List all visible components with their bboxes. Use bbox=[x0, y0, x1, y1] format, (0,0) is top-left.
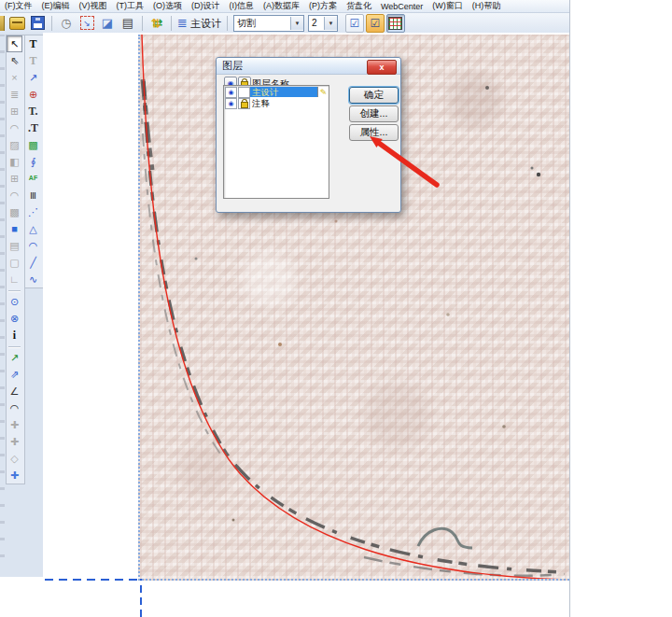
close-icon: x bbox=[379, 62, 384, 73]
pencil-icon: ✎ bbox=[317, 87, 329, 97]
layer-row[interactable]: ◉ 主设计 ✎ bbox=[224, 87, 329, 97]
menu-item[interactable]: (O)选项 bbox=[148, 0, 187, 12]
reviewer-toggle-button[interactable]: ☑ bbox=[366, 14, 385, 33]
levels-button[interactable]: ≣ 主设计 bbox=[176, 14, 222, 33]
pattern-area-tool[interactable]: ▩ bbox=[25, 136, 41, 153]
menu-item[interactable]: (I)信息 bbox=[225, 0, 259, 12]
place-line-tool[interactable]: ╱ bbox=[25, 254, 41, 271]
menu-item[interactable]: (E)编辑 bbox=[37, 0, 75, 12]
workflow-button[interactable]: ⇄⇄ bbox=[147, 14, 166, 33]
modify-arc-tool[interactable]: ◠ bbox=[7, 119, 22, 136]
attach-item-tool[interactable]: ∮ bbox=[25, 153, 41, 170]
match-text-attributes-tool[interactable]: .T bbox=[25, 119, 41, 136]
place-block-tool[interactable]: ▢ bbox=[7, 254, 22, 271]
item-list-icon: ▤ bbox=[122, 15, 133, 32]
application-window: (F)文件(E)编辑(V)视图(T)工具(O)选项(D)设计(I)信息(A)数据… bbox=[0, 0, 570, 617]
move-element-tool[interactable]: ✚ bbox=[7, 416, 22, 433]
extend-arc-tool[interactable]: ◠ bbox=[7, 187, 22, 203]
save-icon bbox=[31, 16, 45, 30]
main-tool-column: ↖ ⇖ × ≣ ⊞ bbox=[6, 35, 25, 484]
menu-item[interactable]: (A)数据库 bbox=[259, 0, 304, 12]
lock-icon bbox=[241, 102, 248, 108]
eye-icon[interactable]: ◉ bbox=[225, 87, 237, 98]
eye-icon[interactable]: ◉ bbox=[225, 98, 237, 109]
barcode-tool[interactable]: ||| bbox=[25, 187, 41, 203]
solid-view-button[interactable]: ◪ bbox=[98, 14, 117, 33]
menu-item[interactable]: (V)视图 bbox=[75, 0, 112, 12]
place-arc-tool[interactable]: ◠ bbox=[25, 237, 41, 254]
dimension-center-tool[interactable]: ⊙ bbox=[7, 293, 22, 310]
menu-item[interactable]: 货盘化 bbox=[342, 0, 376, 12]
display-text-attributes-tool[interactable]: T. bbox=[25, 103, 41, 119]
screenshot-page: (F)文件(E)编辑(V)视图(T)工具(O)选项(D)设计(I)信息(A)数据… bbox=[0, 0, 672, 617]
cut-mode-combobox[interactable]: 切割 ▼ bbox=[233, 15, 304, 32]
layer-row[interactable]: ◉ 注释 bbox=[224, 98, 329, 108]
fill-element-tool[interactable]: ◧ bbox=[7, 153, 22, 170]
place-point-line-tool[interactable]: ⋰ bbox=[25, 203, 41, 220]
level-number-value: 2 bbox=[309, 18, 324, 28]
edit-text-tool[interactable]: T bbox=[25, 52, 41, 69]
history-icon: ◷ bbox=[61, 15, 71, 32]
select-element-tool[interactable]: ↖ bbox=[7, 35, 22, 52]
dimension-delete-tool[interactable]: ⊗ bbox=[7, 310, 22, 327]
measure-distance-tool[interactable]: ⇗ bbox=[7, 366, 22, 383]
layer-name[interactable]: 注释 bbox=[250, 98, 329, 108]
toolbar-separator bbox=[227, 16, 228, 31]
copy-element-tool[interactable]: ⊞ bbox=[7, 103, 22, 119]
chevron-down-icon[interactable]: ▼ bbox=[290, 17, 303, 30]
dialog-titlebar[interactable]: 图层 x bbox=[217, 58, 400, 75]
move-copy-tool[interactable]: ✚ bbox=[7, 433, 22, 450]
chevron-down-icon[interactable]: ▼ bbox=[324, 17, 337, 30]
delete-element-tool[interactable]: × bbox=[7, 69, 22, 86]
cube-icon: ◪ bbox=[102, 15, 113, 32]
cell-3d-tool[interactable]: ■ bbox=[7, 220, 22, 237]
cell-group-tool[interactable]: ▤ bbox=[7, 237, 22, 254]
save-button[interactable] bbox=[28, 14, 47, 33]
menu-item[interactable]: (T)工具 bbox=[112, 0, 149, 12]
menu-item[interactable]: WebCenter bbox=[376, 2, 427, 11]
check-toggle-button[interactable]: ☑ bbox=[345, 14, 364, 33]
grid-button[interactable] bbox=[386, 14, 405, 33]
lock-checkbox[interactable] bbox=[238, 87, 250, 98]
place-steps-tool[interactable]: ∟ bbox=[7, 271, 22, 287]
print-button[interactable] bbox=[7, 14, 26, 33]
measure-radius-tool[interactable]: ◠ bbox=[7, 400, 22, 416]
place-curve-tool[interactable]: ∿ bbox=[25, 271, 41, 287]
layer-name[interactable]: 主设计 bbox=[250, 87, 317, 97]
menu-item[interactable]: (W)窗口 bbox=[427, 0, 468, 12]
move-parallel-tool[interactable]: ◇ bbox=[7, 450, 22, 467]
ok-button[interactable]: 确定 bbox=[349, 87, 399, 104]
lock-checkbox[interactable] bbox=[238, 98, 250, 109]
history-button[interactable]: ◷ bbox=[57, 14, 76, 33]
text-style-tool[interactable]: AF bbox=[25, 170, 41, 187]
measure-angle-tool[interactable]: ∠ bbox=[7, 383, 22, 400]
drop-pattern-tool[interactable]: ▩ bbox=[7, 203, 22, 220]
change-attributes-tool[interactable]: ≣ bbox=[7, 86, 22, 103]
place-note-tool[interactable]: ↗ bbox=[25, 69, 41, 86]
menu-item[interactable]: (F)文件 bbox=[0, 0, 37, 12]
menu-item[interactable]: (P)方案 bbox=[304, 0, 342, 12]
create-button[interactable]: 创建... bbox=[349, 105, 399, 122]
select-multiple-tool[interactable]: ⇖ bbox=[7, 52, 22, 69]
place-text-tool[interactable]: T bbox=[25, 35, 41, 52]
main-design-label: 主设计 bbox=[190, 15, 221, 32]
fence-select-button[interactable]: ↘ bbox=[77, 14, 96, 33]
sheet-border-dash-vertical bbox=[140, 579, 142, 617]
menu-item[interactable]: (H)帮助 bbox=[468, 0, 506, 12]
element-info-tool[interactable]: i bbox=[7, 327, 22, 344]
level-number-combobox[interactable]: 2 ▼ bbox=[308, 15, 338, 32]
fence-select-icon: ↘ bbox=[80, 16, 94, 30]
hatch-area-tool[interactable]: ▨ bbox=[7, 136, 22, 153]
layer-list[interactable]: ◉ 主设计 ✎ ◉ 注释 bbox=[223, 85, 329, 199]
checklist-icon: ☑ bbox=[350, 15, 360, 32]
toolbar-separator bbox=[142, 16, 143, 31]
workflow-icon: ⇄ bbox=[147, 18, 164, 28]
copy-parallel-tool[interactable]: ⊞ bbox=[7, 170, 22, 187]
close-button[interactable]: x bbox=[367, 60, 397, 75]
match-attributes-tool[interactable]: ↗ bbox=[7, 349, 22, 366]
menu-item[interactable]: (D)设计 bbox=[187, 0, 225, 12]
item-list-button[interactable]: ▤ bbox=[119, 14, 137, 33]
move-reference-tool[interactable]: ✚ bbox=[7, 467, 22, 484]
place-polygon-tool[interactable]: △ bbox=[25, 220, 41, 237]
spell-check-tool[interactable]: ⊕ bbox=[25, 86, 41, 103]
